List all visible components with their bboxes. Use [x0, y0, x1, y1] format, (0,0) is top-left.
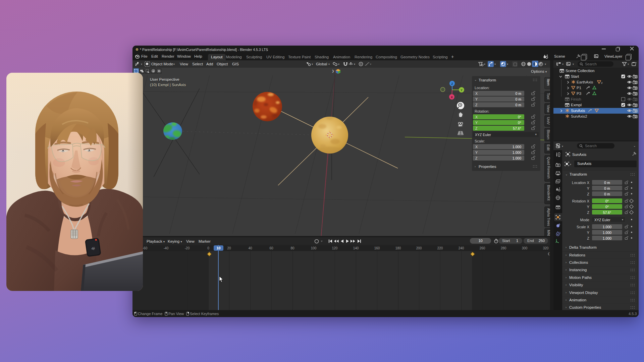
svg-text:Y: Y	[461, 88, 463, 92]
svg-text:X: X	[451, 96, 453, 99]
svg-text:dji: dji	[91, 246, 95, 250]
svg-text:Z: Z	[451, 82, 453, 85]
